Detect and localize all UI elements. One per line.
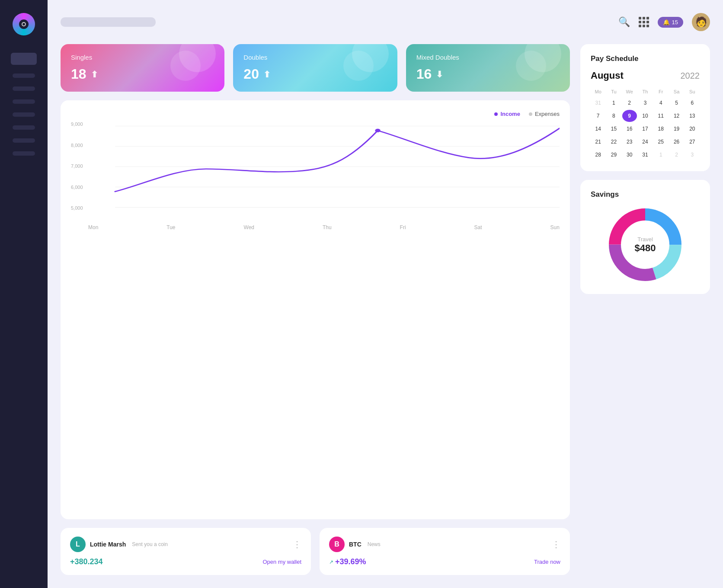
cal-day-17[interactable]: 17 xyxy=(638,123,653,135)
stat-card-doubles[interactable]: Doubles 20 ⬆ xyxy=(233,44,397,92)
cal-day-14[interactable]: 14 xyxy=(591,123,605,135)
cal-header-mo: Mo xyxy=(591,87,605,96)
trade-now-link[interactable]: Trade now xyxy=(534,559,560,565)
search-bar[interactable] xyxy=(61,17,156,27)
x-label-mon: Mon xyxy=(88,224,98,230)
chart-legend: Income Expenses xyxy=(71,111,560,117)
income-label: Income xyxy=(500,111,520,117)
cal-day-2[interactable]: 2 xyxy=(622,97,637,109)
pay-schedule-title: Pay Schedule xyxy=(591,54,700,63)
singles-title: Singles xyxy=(71,54,214,61)
expenses-label: Expenses xyxy=(535,111,560,117)
doubles-arrow-up: ⬆ xyxy=(263,69,271,80)
main-content: 🔍 🔔 15 🧑 Singles xyxy=(48,0,723,588)
y-label-2: 7,000 xyxy=(71,163,83,169)
btc-amount-row: ↗ +39.69% Trade now xyxy=(329,557,560,566)
cal-day-3[interactable]: 3 xyxy=(638,97,653,109)
chart-card: Income Expenses 9,000 8,000 7,000 6,000 … xyxy=(61,100,570,519)
cal-day-23[interactable]: 23 xyxy=(622,136,637,148)
lottie-more-button[interactable]: ⋮ xyxy=(293,539,301,550)
cal-day-18[interactable]: 18 xyxy=(653,123,668,135)
lottie-avatar: L xyxy=(70,537,86,552)
cal-day-25[interactable]: 25 xyxy=(653,136,668,148)
cal-day-22[interactable]: 22 xyxy=(606,136,621,148)
open-wallet-link[interactable]: Open my wallet xyxy=(262,559,301,565)
cal-day-4[interactable]: 4 xyxy=(653,97,668,109)
cal-day-30[interactable]: 30 xyxy=(622,149,637,161)
sidebar-item-2[interactable] xyxy=(13,86,35,91)
sidebar-item-4[interactable] xyxy=(13,112,35,117)
stat-card-singles[interactable]: Singles 18 ⬆ xyxy=(61,44,224,92)
y-label-0: 9,000 xyxy=(71,121,83,127)
x-label-thu: Thu xyxy=(323,224,332,230)
chart-x-labels: Mon Tue Wed Thu Fri Sat Sun xyxy=(71,221,560,230)
cal-day-24[interactable]: 24 xyxy=(638,136,653,148)
transaction-card-btc: B BTC News ⋮ ↗ +39.69% Trade now xyxy=(320,528,570,575)
legend-expenses: Expenses xyxy=(529,111,560,117)
cal-day-21[interactable]: 21 xyxy=(591,136,605,148)
stat-card-mixed-doubles[interactable]: Mixed Doubles 16 ⬇ xyxy=(406,44,570,92)
cal-day-11[interactable]: 11 xyxy=(653,110,668,122)
x-label-sat: Sat xyxy=(474,224,482,230)
cal-day-29[interactable]: 29 xyxy=(606,149,621,161)
calendar-header: August 2022 xyxy=(591,70,700,81)
cal-day-1-next[interactable]: 1 xyxy=(653,149,668,161)
topbar-right: 🔍 🔔 15 🧑 xyxy=(618,13,710,31)
cal-day-15[interactable]: 15 xyxy=(606,123,621,135)
donut-chart: Travel $480 xyxy=(606,206,684,284)
cal-day-8[interactable]: 8 xyxy=(606,110,621,122)
chart-y-labels: 9,000 8,000 7,000 6,000 5,000 xyxy=(71,121,83,221)
x-label-tue: Tue xyxy=(166,224,175,230)
calendar-grid: Mo Tu We Th Fr Sa Su 31 1 2 3 4 5 6 7 xyxy=(591,87,700,161)
grid-icon[interactable] xyxy=(639,17,649,27)
transaction-row: L Lottie Marsh Sent you a coin ⋮ +380.23… xyxy=(61,528,570,575)
cal-day-12[interactable]: 12 xyxy=(669,110,684,122)
cal-day-31-prev[interactable]: 31 xyxy=(591,97,605,109)
cal-day-2-next[interactable]: 2 xyxy=(669,149,684,161)
lottie-amount: +380.234 xyxy=(70,557,103,566)
sidebar-item-6[interactable] xyxy=(13,138,35,143)
sidebar-item-7[interactable] xyxy=(13,151,35,156)
cal-day-20[interactable]: 20 xyxy=(685,123,700,135)
cal-day-10[interactable]: 10 xyxy=(638,110,653,122)
stat-cards: Singles 18 ⬆ Doubles 20 ⬆ xyxy=(61,44,570,92)
transaction-header-btc: B BTC News ⋮ xyxy=(329,537,560,552)
cal-day-5[interactable]: 5 xyxy=(669,97,684,109)
btc-amount: +39.69% xyxy=(335,557,366,566)
cal-day-31[interactable]: 31 xyxy=(638,149,653,161)
pay-schedule-card: Pay Schedule August 2022 Mo Tu We Th Fr … xyxy=(580,44,710,171)
sidebar-item-1[interactable] xyxy=(13,74,35,78)
transaction-info-lottie: L Lottie Marsh Sent you a coin xyxy=(70,537,168,552)
app-logo[interactable] xyxy=(13,13,35,35)
y-label-4: 5,000 xyxy=(71,205,83,211)
cal-day-16[interactable]: 16 xyxy=(622,123,637,135)
notification-button[interactable]: 🔔 15 xyxy=(658,17,683,28)
y-label-1: 8,000 xyxy=(71,143,83,148)
cal-day-27[interactable]: 27 xyxy=(685,136,700,148)
user-avatar[interactable]: 🧑 xyxy=(692,13,710,31)
sidebar-item-3[interactable] xyxy=(13,99,35,104)
cal-day-3-next[interactable]: 3 xyxy=(685,149,700,161)
cal-day-13[interactable]: 13 xyxy=(685,110,700,122)
btc-arrow-icon: ↗ xyxy=(329,559,333,565)
cal-day-9-today[interactable]: 9 xyxy=(622,110,637,122)
cal-day-7[interactable]: 7 xyxy=(591,110,605,122)
btc-more-button[interactable]: ⋮ xyxy=(552,539,560,550)
sidebar-item-5[interactable] xyxy=(13,125,35,130)
cal-header-su: Su xyxy=(685,87,700,96)
btc-name: BTC xyxy=(349,541,362,548)
topbar: 🔍 🔔 15 🧑 xyxy=(61,13,710,31)
cal-day-26[interactable]: 26 xyxy=(669,136,684,148)
income-dot xyxy=(494,112,498,116)
cal-day-19[interactable]: 19 xyxy=(669,123,684,135)
bell-icon: 🔔 xyxy=(663,19,670,26)
search-icon[interactable]: 🔍 xyxy=(618,16,630,28)
sidebar-item-active[interactable] xyxy=(11,53,37,65)
cal-day-1[interactable]: 1 xyxy=(606,97,621,109)
legend-income: Income xyxy=(494,111,520,117)
cal-day-6[interactable]: 6 xyxy=(685,97,700,109)
donut-label: Travel $480 xyxy=(635,236,656,254)
cal-header-fr: Fr xyxy=(653,87,668,96)
cal-day-28[interactable]: 28 xyxy=(591,149,605,161)
transaction-card-lottie: L Lottie Marsh Sent you a coin ⋮ +380.23… xyxy=(61,528,311,575)
